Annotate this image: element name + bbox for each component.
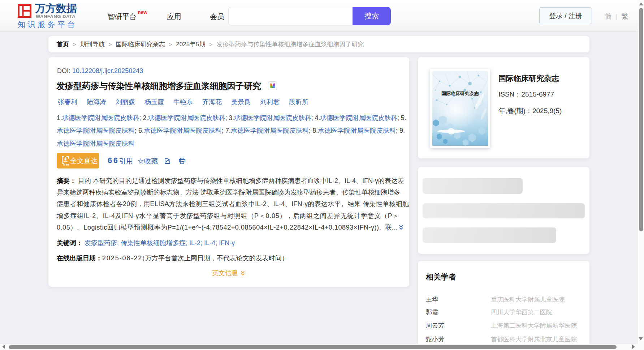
svg-text:free: free <box>63 162 69 166</box>
